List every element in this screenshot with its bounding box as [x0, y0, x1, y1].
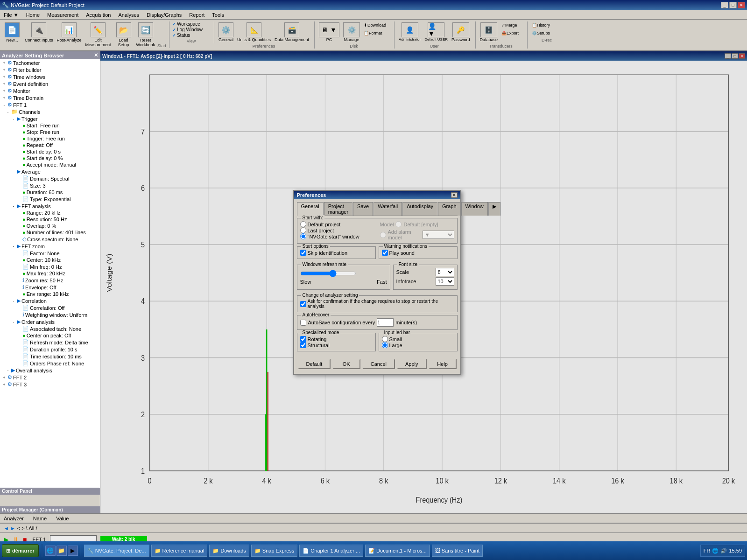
tree-start-free-run[interactable]: ● Start: Free run	[0, 122, 100, 129]
tree-center-on-peak[interactable]: ● Center on peak: Off	[0, 332, 100, 339]
tree-max-freq[interactable]: ● Max freq: 20 kHz	[0, 270, 100, 277]
tree-center-10khz[interactable]: ● Center: 10 kHz	[0, 257, 100, 263]
quicklaunch-folder[interactable]: 📁	[56, 546, 67, 556]
tree-weighting-window[interactable]: ℹ Weighting window: Uniform	[0, 311, 100, 318]
start-button[interactable]: ⊞ démarrer	[2, 544, 39, 557]
tree-stop-free-run[interactable]: ● Stop: Free run	[0, 129, 100, 135]
pc-button[interactable]: 🖥 ▼ PC	[317, 21, 341, 43]
tree-type-exponential[interactable]: 📄 Type: Exponential	[0, 196, 100, 203]
cancel-button[interactable]: Cancel	[362, 359, 395, 369]
tree-repeat-off[interactable]: ● Repeat: Off	[0, 142, 100, 148]
tree-fft-analysis[interactable]: - ▶ FFT analysis	[0, 203, 100, 210]
taskbar-ref-manual[interactable]: 📁 Reference manual	[151, 545, 208, 557]
tree-min-freq[interactable]: 📄 Min freq: 0 Hz	[0, 263, 100, 270]
tree-resolution-50hz[interactable]: ● Resolution: 50 Hz	[0, 216, 100, 223]
database-button[interactable]: 🗄️ Database	[479, 21, 500, 43]
tree-event-definition[interactable]: + ⚙ Event definition	[0, 80, 100, 87]
administrator-button[interactable]: 👤 Administrator	[397, 21, 422, 43]
tree-domain-spectral[interactable]: 📄 Domain: Spectral	[0, 175, 100, 182]
maximize-button[interactable]: □	[729, 2, 737, 8]
new-button[interactable]: 📄 New...	[2, 21, 22, 48]
tree-zoom-res[interactable]: ℹ Zoom res: 50 Hz	[0, 277, 100, 284]
help-button[interactable]: Help	[429, 359, 457, 369]
setups-button[interactable]: ⚙️Setups	[530, 29, 556, 37]
radio-last-project[interactable]: Last project	[300, 227, 374, 233]
tree-trigger-free-run[interactable]: ● Trigger: Free run	[0, 135, 100, 142]
connect-inputs-button[interactable]: 🔌 Connect Inputs	[23, 21, 55, 48]
confirm-change-check[interactable]: Ask for confirmation if the change requi…	[300, 299, 454, 309]
history-button[interactable]: 📋History	[530, 21, 556, 29]
autosave-checkbox[interactable]	[300, 320, 306, 326]
tab-autodisplay[interactable]: Autodisplay	[402, 202, 437, 216]
menu-display-graphs[interactable]: Display/Graphs	[143, 11, 185, 19]
menu-report[interactable]: Report	[185, 11, 208, 19]
tree-env-range[interactable]: ● Env range: 10 kHz	[0, 291, 100, 297]
tree-assoc-tach[interactable]: 📄 Associated tach: None	[0, 325, 100, 332]
merge-button[interactable]: ⤢Merge	[500, 21, 523, 29]
post-analyze-button[interactable]: 📊 Post-Analyze	[56, 21, 83, 48]
tree-trigger[interactable]: - ▶ Trigger	[0, 115, 100, 122]
menu-file[interactable]: File ▼	[0, 11, 22, 19]
taskbar-snap-express[interactable]: 📁 Snap Express	[251, 545, 297, 557]
format-button[interactable]: 📋Format	[362, 29, 390, 37]
small-led-radio[interactable]: Small	[382, 336, 454, 342]
tab-waterfall[interactable]: Waterfall	[374, 202, 402, 216]
load-setup-button[interactable]: 📂 LoadSetup	[113, 21, 134, 48]
menu-home[interactable]: Home	[22, 11, 43, 19]
skip-identification-check[interactable]: Skip identification	[300, 250, 373, 256]
tree-envelope[interactable]: ℹ Envelope: Off	[0, 284, 100, 291]
taskbar-document1[interactable]: 📝 Document1 - Micros...	[365, 545, 430, 557]
password-button[interactable]: 🔑 Password	[450, 21, 472, 43]
autosave-minutes-input[interactable]	[377, 318, 394, 327]
tree-duration-60ms[interactable]: ● Duration: 60 ms	[0, 189, 100, 196]
general-pref-button[interactable]: ⚙️ General	[217, 21, 235, 43]
menu-analyses[interactable]: Analyses	[114, 11, 143, 19]
tree-start-delay-s[interactable]: ● Start delay: 0 s	[0, 148, 100, 155]
tree-time-resolution[interactable]: 📄 Time resolution: 10 ms	[0, 353, 100, 360]
tree-num-lines[interactable]: ● Number of lines: 401 lines	[0, 229, 100, 236]
menu-measurement[interactable]: Measurement	[43, 11, 82, 19]
tab-window[interactable]: Window	[461, 202, 488, 216]
apply-button[interactable]: Apply	[397, 359, 427, 369]
tree-correlation-off[interactable]: 📄 Correlation: Off	[0, 304, 100, 311]
tree-tachometer[interactable]: + ⚙ Tachometer	[0, 59, 100, 66]
tree-average[interactable]: - ▶ Average	[0, 168, 100, 175]
tree-close-button[interactable]: ✕	[94, 52, 98, 58]
quicklaunch-ie[interactable]: 🌐	[45, 546, 56, 556]
tab-graph[interactable]: Graph	[438, 202, 461, 216]
rotating-check[interactable]: Rotating	[300, 336, 373, 342]
dialog-close-button[interactable]: ✕	[451, 192, 458, 198]
tree-filter-builder[interactable]: + ⚙ Filter builder	[0, 66, 100, 73]
tree-order-analysis[interactable]: - ▶ Order analysis	[0, 318, 100, 325]
refresh-rate-slider[interactable]	[300, 270, 356, 277]
menu-tools[interactable]: Tools	[208, 11, 228, 19]
nav-arrows[interactable]: ◄ ►	[4, 525, 15, 531]
close-button[interactable]: ✕	[738, 2, 745, 8]
tree-factor-none[interactable]: 📄 Factor: None	[0, 250, 100, 257]
tree-size-3[interactable]: 📄 Size: 3	[0, 182, 100, 189]
tree-orders-phase-ref[interactable]: 📄 Orders Phase ref: None	[0, 360, 100, 367]
scale-select[interactable]: 8 9 10	[436, 268, 454, 276]
radio-default-project[interactable]: Default project	[300, 221, 374, 227]
tab-general[interactable]: General	[297, 202, 324, 216]
play-sound-check[interactable]: Play sound	[382, 250, 454, 256]
reset-workbook-button[interactable]: 🔄 ResetWorkbook	[135, 21, 156, 48]
menu-acquisition[interactable]: Acquisition	[82, 11, 114, 19]
tree-accept-mode[interactable]: ● Accept mode: Manual	[0, 161, 100, 168]
minimize-button[interactable]: _	[721, 2, 728, 8]
tree-start-delay-pct[interactable]: ● Start delay: 0 %	[0, 155, 100, 161]
tab-project-manager[interactable]: Project manager	[324, 202, 352, 216]
structural-check[interactable]: Structural	[300, 342, 373, 348]
taskbar-nvgate[interactable]: 🔧 NVGate: Project: De...	[84, 545, 149, 557]
export-button[interactable]: 📤Export	[500, 29, 523, 37]
tree-correlation[interactable]: - ▶ Correlation	[0, 297, 100, 304]
tree-cross-spectrum[interactable]: ◇ Cross spectrum: None	[0, 236, 100, 243]
tree-time-windows[interactable]: + ⚙ Time windows	[0, 73, 100, 80]
ok-button[interactable]: OK	[332, 359, 360, 369]
edit-measurement-button[interactable]: ✏️ EditMeasurement	[84, 21, 113, 48]
data-mgmt-pref-button[interactable]: 🗃️ Data Management	[273, 21, 310, 43]
taskbar-downloads[interactable]: 📁 Downloads	[209, 545, 249, 557]
manage-button[interactable]: ⚙️ Manage	[342, 21, 361, 43]
tree-fft-zoom[interactable]: - ▶ FFT zoom	[0, 243, 100, 250]
tree-range-20khz[interactable]: ● Range: 20 kHz	[0, 210, 100, 216]
